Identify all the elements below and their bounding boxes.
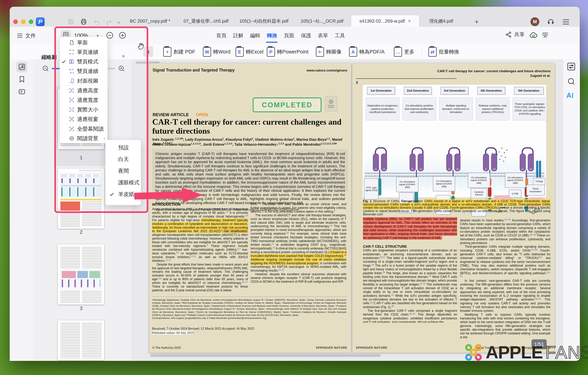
right-page-col-left: multiple myeloma (MM), no CAR-T cell pro… — [363, 217, 457, 323]
search-icon[interactable] — [567, 77, 575, 86]
tab-bc2007[interactable]: BC 2007_copy.pdf * — [124, 15, 177, 27]
thumb-zoom-out-icon[interactable] — [42, 65, 49, 72]
menu-item-two-continuous[interactable]: 雙頁連續 — [60, 66, 107, 76]
share-button[interactable]: 共享 — [505, 31, 525, 38]
convert-excel-button[interactable]: E轉Excel — [236, 47, 263, 57]
running-head-rule — [356, 78, 457, 79]
command-icon — [464, 343, 483, 362]
submenu-item-eye-care[interactable]: 護眼模式 — [105, 177, 141, 188]
cloud-sync-icon[interactable] — [529, 32, 537, 39]
fig-label-tcr: TCR- type signal CD3ζ — [364, 178, 378, 200]
tab-annotate[interactable]: 註解 — [233, 32, 243, 39]
convert-pdfa-button[interactable]: A轉為PDF/A — [349, 47, 385, 57]
tab-lihua4[interactable]: 理化總4.pdf — [420, 15, 462, 27]
tab-convert[interactable]: 轉換 — [267, 32, 277, 39]
thumbnail-page-4[interactable] — [58, 321, 104, 360]
copyright: © The Author(s) 2025 — [152, 346, 181, 350]
pdfa-icon: A — [349, 47, 357, 57]
image-icon — [316, 47, 324, 57]
close-panel-icon[interactable]: × — [122, 53, 125, 60]
file-menu-button[interactable]: 文件 — [17, 30, 36, 41]
submenu-item-default[interactable]: 預設 — [105, 142, 141, 153]
tab-form[interactable]: 表單 — [318, 32, 328, 39]
convert-more-button[interactable]: …更多 — [394, 47, 414, 57]
thumbnail-page-2[interactable] — [58, 169, 104, 229]
save-icon[interactable] — [67, 18, 74, 25]
pdf-page-2: CAR-T cell therapy for cancer: current c… — [352, 63, 555, 353]
menu-item-cover-view[interactable]: 封面視圖 — [60, 76, 107, 86]
menu-item-fit-width[interactable]: 適應寬度 — [60, 95, 107, 105]
tab-page[interactable]: 頁面 — [284, 32, 294, 39]
fit-width-icon — [68, 97, 76, 103]
single-page-icon — [68, 40, 76, 45]
submenu-item-parchment[interactable]: 羊皮紙 — [105, 188, 141, 200]
right-sidebar — [563, 59, 580, 361]
collapse-toolbar-icon[interactable] — [541, 32, 549, 39]
convert-image-button[interactable]: 轉圖像 — [316, 47, 341, 57]
zoom-window-button[interactable] — [29, 19, 33, 24]
menu-item-reading-background[interactable]: 閱讀背景 › — [60, 134, 107, 143]
batch-convert-button[interactable]: ⇄批量轉換 — [429, 47, 459, 57]
create-pdf-button[interactable]: +創建 PDF — [163, 47, 195, 57]
convert-word-button[interactable]: W轉Word — [203, 47, 231, 57]
menu-item-fullscreen-reading[interactable]: 全螢幕閱讀 — [60, 124, 107, 134]
menu-item-fit-height[interactable]: 適應高度 — [60, 86, 107, 95]
tab-105-nature[interactable]: 105(1~4)自然科題本.pdf — [235, 15, 293, 27]
word-icon: W — [203, 47, 211, 57]
submenu-item-day[interactable]: 白天 — [105, 153, 141, 165]
menu-item-fit-window[interactable]: 適應視窗 — [60, 114, 107, 124]
tab-tools[interactable]: 工具 — [335, 32, 345, 39]
gen5-desc: Three synergistic signals: TCR CD3ζ, co-… — [513, 97, 547, 120]
close-window-button[interactable] — [13, 19, 18, 24]
fit-window-icon — [68, 117, 76, 122]
submenu-item-night[interactable]: 夜間 — [105, 165, 141, 177]
footnote-rule — [152, 297, 346, 297]
print-icon[interactable] — [80, 18, 87, 25]
ai-assistant-button[interactable]: AI — [567, 91, 574, 99]
close-tab-icon[interactable]: × — [408, 18, 411, 24]
thumbnail-page-3[interactable] — [58, 245, 104, 305]
menu-hamburger-icon[interactable] — [562, 19, 570, 25]
thumbnails-icon[interactable] — [18, 63, 26, 71]
tab-protect[interactable]: 保護 — [301, 32, 311, 39]
thumb-zoom-in-icon[interactable] — [118, 65, 125, 72]
convert-powerpoint-button[interactable]: P轉PowerPoint — [267, 47, 308, 57]
avatar[interactable]: M — [530, 17, 539, 26]
undo-icon[interactable] — [94, 19, 100, 25]
new-tab-button[interactable]: + — [475, 18, 479, 26]
tab-home[interactable]: 首頁 — [216, 32, 226, 39]
more-icon: … — [394, 47, 402, 57]
menu-item-two-page[interactable]: 雙頁模式 — [60, 57, 107, 66]
zoom-in-button[interactable] — [119, 32, 126, 39]
menu-item-single-continuous[interactable]: 單頁連續 — [60, 47, 107, 57]
gen4-desc: Release cytokines, may express additiona… — [476, 97, 509, 120]
redo-icon[interactable] — [106, 19, 112, 25]
two-continuous-icon — [68, 68, 76, 74]
support-headset-icon[interactable] — [547, 18, 555, 25]
scrollbar-horizontal-bottom[interactable] — [150, 354, 381, 357]
tab-105-ocr[interactable]: 105(1~4)..._OCR.pdf — [294, 15, 350, 27]
minimize-window-button[interactable] — [21, 19, 26, 24]
properties-panel-icon[interactable] — [567, 62, 576, 71]
affiliations: ¹Hematology Department, Hospital Clínic … — [152, 298, 346, 320]
annotations-icon[interactable] — [18, 88, 26, 96]
tab-ch5[interactable]: 07_選修化學...ch5.pdf — [178, 15, 234, 27]
tab-edit[interactable]: 編輯 — [250, 32, 260, 39]
cytokine-dots — [492, 153, 493, 154]
menu-item-single-page[interactable]: 單面 — [60, 38, 107, 47]
menu-item-actual-size[interactable]: 1:1 實際大小 — [60, 105, 107, 114]
right-page-col-right: desired results in most studies.41–45 Ac… — [460, 219, 550, 340]
app-logo-icon[interactable]: P — [36, 17, 45, 26]
bookmarks-icon[interactable] — [18, 75, 26, 83]
powerpoint-icon: P — [267, 47, 275, 57]
completed-stamp: COMPLETED — [253, 97, 322, 112]
history-caret-icon[interactable]: ▾ — [118, 21, 120, 25]
sidebar-icon-strip — [10, 59, 33, 361]
actual-size-icon: 1:1 — [68, 107, 76, 112]
tab-s41392-active[interactable]: s41392-02...269-w.pdf × — [351, 15, 419, 27]
check-updates-badge[interactable]: Check for updates — [325, 96, 337, 111]
gen1-head: 1st Generation — [367, 87, 395, 95]
cursor-icon — [146, 49, 151, 54]
figure-1: 1st Generation 2nd Generation 3rd Genera… — [363, 85, 546, 197]
check-icon — [109, 192, 114, 197]
